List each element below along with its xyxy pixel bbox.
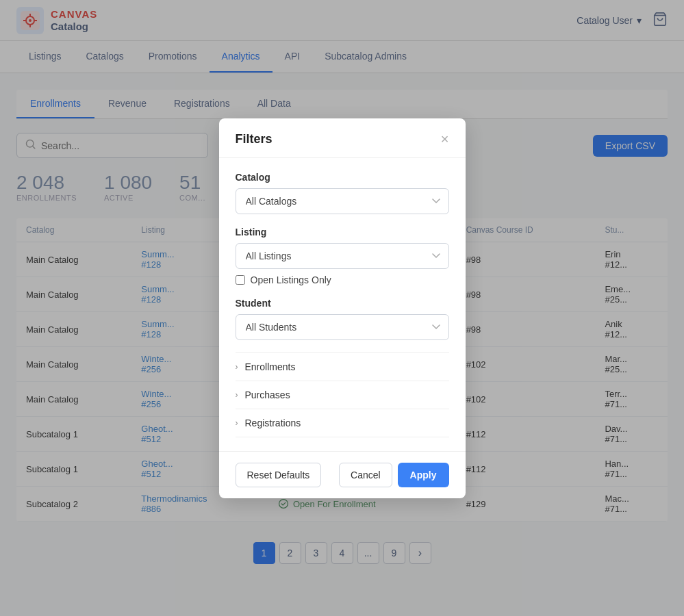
accordion-registrations[interactable]: › Registrations (236, 409, 449, 437)
accordion-purchases[interactable]: › Purchases (236, 381, 449, 409)
accordion-enrollments-label: Enrollments (245, 361, 296, 372)
listing-filter-section: Listing All Listings Open Listings Only (236, 227, 449, 285)
catalog-filter-section: Catalog All Catalogs (236, 172, 449, 214)
modal-footer: Reset Defaults Cancel Apply (219, 451, 466, 498)
modal-footer-actions: Cancel Apply (339, 463, 448, 487)
modal-title: Filters (236, 132, 273, 146)
open-listings-checkbox[interactable] (236, 275, 245, 285)
student-filter-select[interactable]: All Students (236, 314, 449, 340)
chevron-right-icon-2: › (236, 390, 238, 400)
filters-modal: Filters × Catalog All Catalogs Listing A… (219, 118, 466, 498)
catalog-filter-label: Catalog (236, 172, 449, 183)
chevron-right-icon-3: › (236, 418, 238, 428)
reset-defaults-button[interactable]: Reset Defaults (236, 463, 322, 487)
accordion-purchases-label: Purchases (245, 389, 290, 400)
apply-button[interactable]: Apply (398, 463, 449, 487)
student-filter-section: Student All Students (236, 298, 449, 340)
listing-filter-select[interactable]: All Listings (236, 243, 449, 269)
accordion-registrations-label: Registrations (245, 418, 301, 428)
student-filter-label: Student (236, 298, 449, 309)
modal-overlay[interactable]: Filters × Catalog All Catalogs Listing A… (0, 0, 684, 580)
modal-close-button[interactable]: × (441, 132, 449, 146)
open-listings-checkbox-row: Open Listings Only (236, 274, 449, 285)
modal-header: Filters × (219, 118, 466, 158)
catalog-filter-select[interactable]: All Catalogs (236, 188, 449, 214)
accordion-list: › Enrollments › Purchases › Registration… (236, 352, 449, 437)
open-listings-label: Open Listings Only (251, 274, 331, 285)
modal-body: Catalog All Catalogs Listing All Listing… (219, 158, 466, 451)
accordion-enrollments[interactable]: › Enrollments (236, 352, 449, 381)
cancel-button[interactable]: Cancel (339, 463, 392, 487)
chevron-right-icon: › (236, 362, 238, 372)
listing-filter-label: Listing (236, 227, 449, 238)
